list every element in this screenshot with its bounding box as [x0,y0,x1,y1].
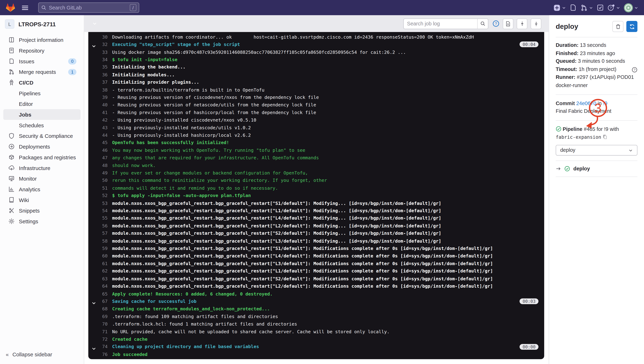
gitlab-logo-icon[interactable] [6,3,15,12]
log-line-number[interactable]: 67 [88,299,108,304]
sidebar-item-security-compliance[interactable]: Security & Compliance [3,130,81,141]
log-line-number[interactable]: 45 [88,140,108,146]
global-search-input[interactable]: Search GitLab / [38,2,139,13]
sidebar-item-wiki[interactable]: Wiki [3,194,81,205]
log-line-number[interactable]: 54 [88,208,108,214]
log-line-number[interactable]: 36 [88,72,108,78]
log-line-number[interactable]: 56 [88,223,108,229]
sidebar-item-packages-and-registries[interactable]: Packages and registries [3,152,81,162]
sidebar-item-infrastructure[interactable]: Infrastructure [3,162,81,173]
log-line-number[interactable]: 65 [88,291,108,296]
log-line-number[interactable]: 51 [88,186,108,191]
pipeline-job-item[interactable]: deploy [556,166,637,172]
log-line-number[interactable]: 52 [88,193,108,198]
log-line-number[interactable]: 37 [88,80,108,85]
log-line-number[interactable]: 57 [88,231,108,236]
log-line-number[interactable]: 76 [88,352,108,357]
log-line-text: No URL provided, cache will not be uploa… [112,329,390,334]
user-menu-button[interactable] [624,3,638,12]
show-raw-log-button[interactable] [503,18,513,29]
section-chevron-icon[interactable] [93,21,97,26]
log-line-number[interactable]: 70 [88,322,108,327]
log-line-number[interactable]: 68 [88,306,108,312]
log-line-number[interactable]: 48 [88,163,108,168]
pipeline-ref: fabric-expansion [556,134,601,140]
log-line-67: 67Saving cache for successful job00:03 [88,298,544,305]
merge-requests-button[interactable] [580,4,593,11]
sidebar-item-ci-cd[interactable]: CI/CD [3,77,81,88]
log-line-number[interactable]: 49 [88,170,108,176]
retry-job-button[interactable] [626,21,637,32]
log-line-number[interactable]: 61 [88,261,108,266]
job-log-search-button[interactable] [477,18,488,28]
log-line-number[interactable]: 41 [88,110,108,115]
sidebar-item-label: Snippets [19,208,76,214]
sidebar-item-editor[interactable]: Editor [3,98,81,109]
sidebar-item-jobs[interactable]: Jobs [3,109,81,120]
log-line-number[interactable]: 40 [88,102,108,108]
log-line-number[interactable]: 38 [88,87,108,92]
issues-button[interactable] [569,4,576,11]
log-line-text: - Using previously-installed netascode/u… [112,125,251,130]
sidebar-item-project-information[interactable]: Project information [3,34,81,45]
sidebar-item-pipelines[interactable]: Pipelines [3,88,81,98]
scroll-to-bottom-button[interactable] [531,18,541,29]
collapse-sidebar-button[interactable]: « Collapse sidebar [0,348,84,361]
project-header[interactable]: L LTROPS-2711 [0,15,84,32]
log-line-text: module.nxos.nxos_bgp_graceful_restart.bg… [112,268,493,274]
log-line-number[interactable]: 69 [88,314,108,319]
sidebar-item-repository[interactable]: Repository [3,45,81,56]
log-line-number[interactable]: 74 [88,344,108,350]
sidebar-item-deployments[interactable]: Deployments [3,141,81,152]
merge-request-link[interactable]: !9 [603,101,607,106]
log-line-number[interactable]: 33 [88,50,108,55]
log-line-number[interactable]: 55 [88,216,108,221]
sidebar-item-monitor[interactable]: Monitor [3,173,81,184]
log-line-number[interactable]: 64 [88,284,108,289]
log-line-number[interactable]: 44 [88,133,108,138]
stage-dropdown[interactable]: deploy [556,145,637,156]
log-line-70: 70.terraform.lock.hcl: found 1 matching … [88,320,544,328]
new-menu-button[interactable] [553,4,566,11]
sidebar-item-analytics[interactable]: Analytics [3,184,81,195]
rocket-icon [8,79,15,86]
todos-button[interactable] [597,4,604,11]
help-menu-button[interactable]: ? [607,4,620,11]
log-line-number[interactable]: 72 [88,337,108,342]
sidebar-item-merge-requests[interactable]: Merge requests1 [3,66,81,77]
log-line-number[interactable]: 34 [88,57,108,62]
log-line-number[interactable]: 62 [88,268,108,274]
commit-sha-link[interactable]: 24e0670 [576,101,596,106]
log-line-number[interactable]: 59 [88,246,108,251]
log-line-number[interactable]: 39 [88,95,108,100]
log-line-number[interactable]: 30 [88,34,108,40]
log-line-number[interactable]: 60 [88,254,108,259]
erase-job-button[interactable] [612,21,623,32]
log-line-number[interactable]: 42 [88,118,108,123]
sidebar-item-schedules[interactable]: Schedules [3,120,81,130]
log-line-number[interactable]: 32 [88,42,108,47]
log-line-number[interactable]: 46 [88,148,108,153]
sidebar-item-settings[interactable]: Settings [3,216,81,227]
hamburger-menu-icon[interactable] [21,4,29,12]
log-line-number[interactable]: 43 [88,125,108,130]
log-line-number[interactable]: 58 [88,238,108,244]
scroll-to-top-button[interactable] [517,18,527,29]
pipeline-id-link[interactable]: #465 for !9 with [584,126,619,132]
log-line-number[interactable]: 63 [88,276,108,282]
pipeline-label: Pipeline [563,126,582,132]
sidebar-item-snippets[interactable]: Snippets [3,205,81,216]
log-line-number[interactable]: 47 [88,155,108,160]
log-line-37: 37Initializing provider plugins... [88,79,544,86]
log-line-number[interactable]: 35 [88,64,108,70]
log-line-number[interactable]: 53 [88,200,108,206]
queued-value: 3 minutes 0 seconds [578,58,625,64]
job-log-search-input[interactable] [404,18,477,28]
log-line-number[interactable]: 50 [88,178,108,183]
sidebar-item-issues[interactable]: Issues0 [3,56,81,66]
copy-icon[interactable] [603,134,608,140]
log-line-text: - terraform.io/builtin/terraform is buil… [112,87,264,92]
timeout-help-icon[interactable]: ? [632,67,637,72]
log-line-number[interactable]: 71 [88,329,108,334]
search-help-icon[interactable]: ? [492,20,499,27]
